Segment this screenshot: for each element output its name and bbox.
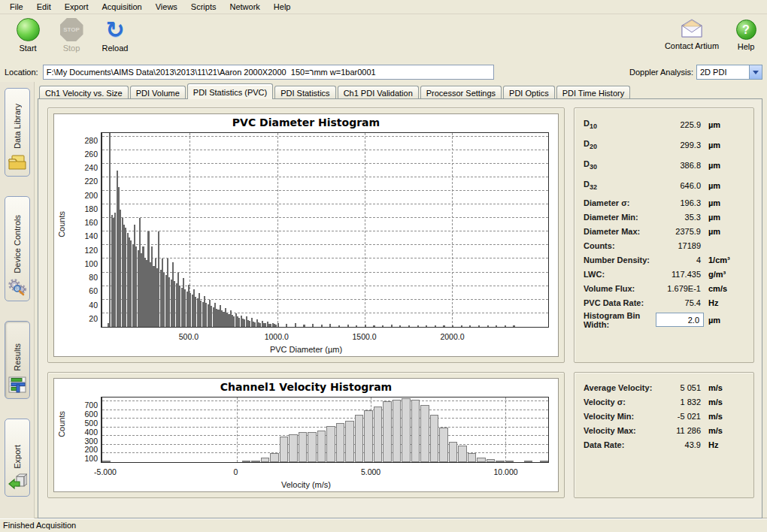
histogram-bar xyxy=(478,325,480,327)
menu-item-file[interactable]: File xyxy=(3,1,30,13)
histogram-bar xyxy=(329,324,331,327)
y-tick-label: 100 xyxy=(75,454,98,463)
chart-title: Channel1 Velocity Histogram xyxy=(54,381,558,393)
x-tick-label: 1000.0 xyxy=(265,332,289,341)
stat-value: 4 xyxy=(656,255,705,264)
start-icon xyxy=(17,18,40,41)
tab-ch1-velocity-vs-size[interactable]: Ch1 Velocity vs. Size xyxy=(39,86,129,99)
y-tick-label: 200 xyxy=(75,445,98,454)
x-tick-label: 1500.0 xyxy=(353,332,377,341)
doppler-analysis-label: Doppler Analysis: xyxy=(629,68,693,77)
histogram-bar xyxy=(383,401,391,462)
menu-bar: FileEditExportAcquisitionViewsScriptsNet… xyxy=(0,0,767,14)
stat-unit: cm/s xyxy=(705,284,744,293)
stat-label: Velocity σ: xyxy=(584,397,656,407)
histogram-bar xyxy=(408,325,410,327)
menu-item-edit[interactable]: Edit xyxy=(30,1,58,13)
stat-value: 2375.9 xyxy=(656,227,705,236)
stat-value: 1 832 xyxy=(656,397,705,407)
histogram-bar xyxy=(439,428,447,462)
results-chart-icon xyxy=(8,376,27,394)
stat-label: LWC: xyxy=(584,270,656,279)
tab-pdi-statistics[interactable]: PDI Statistics xyxy=(274,86,335,99)
stat-unit: m/s xyxy=(705,397,744,407)
gridline-h xyxy=(102,244,548,245)
sidebar-item-device-controls[interactable]: Device Controls xyxy=(5,196,30,301)
sidebar-item-results[interactable]: Results xyxy=(5,321,30,399)
chevron-down-icon[interactable] xyxy=(749,65,762,79)
tab-pdi-volume[interactable]: PDI Volume xyxy=(130,86,186,99)
histogram-bar xyxy=(373,325,374,327)
histogram-bin-width-input[interactable] xyxy=(656,313,704,327)
stop-label: Stop xyxy=(63,44,80,53)
histogram-bar xyxy=(430,415,438,462)
histogram-bar xyxy=(496,325,497,327)
reload-icon: ↻ xyxy=(105,18,124,41)
y-tick-label: 20 xyxy=(75,314,98,323)
x-tick-label: -5.000 xyxy=(94,467,117,476)
histogram-bar xyxy=(277,323,279,327)
y-axis-label: Counts xyxy=(57,114,66,334)
plot-area xyxy=(101,397,549,463)
tab-ch1-pdi-validation[interactable]: Ch1 PDI Validation xyxy=(338,86,419,99)
histogram-bar xyxy=(496,461,504,462)
histogram-bar xyxy=(345,421,353,462)
menu-item-export[interactable]: Export xyxy=(58,1,95,13)
y-tick-label: 140 xyxy=(75,231,98,240)
y-tick-label: 220 xyxy=(75,177,98,186)
gridline-h xyxy=(102,258,548,258)
histogram-bar xyxy=(461,325,462,327)
stop-button[interactable]: STOP Stop xyxy=(50,17,93,53)
gridline-h xyxy=(102,231,548,231)
sidebar-item-data-library[interactable]: Data Library xyxy=(5,88,30,177)
histogram-bar xyxy=(338,325,340,327)
histogram-bar xyxy=(458,446,466,462)
stat-unit: g/m³ xyxy=(705,270,744,279)
histogram-bar xyxy=(303,325,305,327)
stat-unit: µm xyxy=(705,141,744,150)
gridline-h xyxy=(102,177,548,177)
histogram-bar xyxy=(280,437,288,462)
stat-row-average-velocity-: Average Velocity:5 051m/s xyxy=(584,380,744,394)
menu-item-scripts[interactable]: Scripts xyxy=(184,1,223,13)
stat-label: PVC Data Rate: xyxy=(584,298,656,307)
contact-artium-button[interactable]: Contact Artium xyxy=(660,17,723,51)
menu-item-acquisition[interactable]: Acquisition xyxy=(95,1,149,13)
stat-unit: µm xyxy=(705,198,744,207)
stat-label: Volume Flux: xyxy=(584,284,656,293)
sidebar-item-export[interactable]: Export xyxy=(5,419,30,497)
stat-label: Average Velocity: xyxy=(584,383,656,392)
y-tick-label: 400 xyxy=(75,428,98,437)
stat-unit: µm xyxy=(705,181,744,190)
histogram-bar xyxy=(312,324,314,327)
stat-row-number-density-: Number Density:41/cm³ xyxy=(584,252,744,267)
start-button[interactable]: Start xyxy=(6,17,50,53)
x-tick-label: 10.000 xyxy=(493,467,517,476)
menu-item-views[interactable]: Views xyxy=(149,1,184,13)
tab-processor-settings[interactable]: Processor Settings xyxy=(420,86,502,99)
y-tick-label: 600 xyxy=(75,410,98,419)
location-input[interactable] xyxy=(43,65,494,80)
status-text: Finished Acquisition xyxy=(3,521,76,530)
histogram-bar xyxy=(487,325,489,327)
stat-label: D32 xyxy=(584,180,656,191)
help-button[interactable]: ? Help xyxy=(731,17,761,51)
menu-item-help[interactable]: Help xyxy=(267,1,298,13)
tab-pdi-optics[interactable]: PDI Optics xyxy=(503,86,555,99)
tab-pdi-time-history[interactable]: PDI Time History xyxy=(556,86,631,99)
gridline-h xyxy=(102,190,548,191)
stat-label: Diameter Min: xyxy=(584,213,656,222)
doppler-analysis-select[interactable]: 2D PDI xyxy=(696,65,762,80)
histogram-bar xyxy=(308,432,316,462)
stat-value: 196.3 xyxy=(656,198,705,207)
histogram-bar xyxy=(426,325,427,327)
menu-item-network[interactable]: Network xyxy=(223,1,266,13)
y-tick-label: 100 xyxy=(75,259,98,268)
tab-pdi-statistics-pvc-[interactable]: PDI Statistics (PVC) xyxy=(187,83,273,99)
y-tick-label: 160 xyxy=(75,218,98,227)
stat-row-d30: D30386.8µm xyxy=(584,155,744,175)
reload-button[interactable]: ↻ Reload xyxy=(93,17,137,53)
stat-label: D10 xyxy=(584,119,656,130)
stat-value: 75.4 xyxy=(656,298,705,307)
gridline-v xyxy=(452,133,453,327)
